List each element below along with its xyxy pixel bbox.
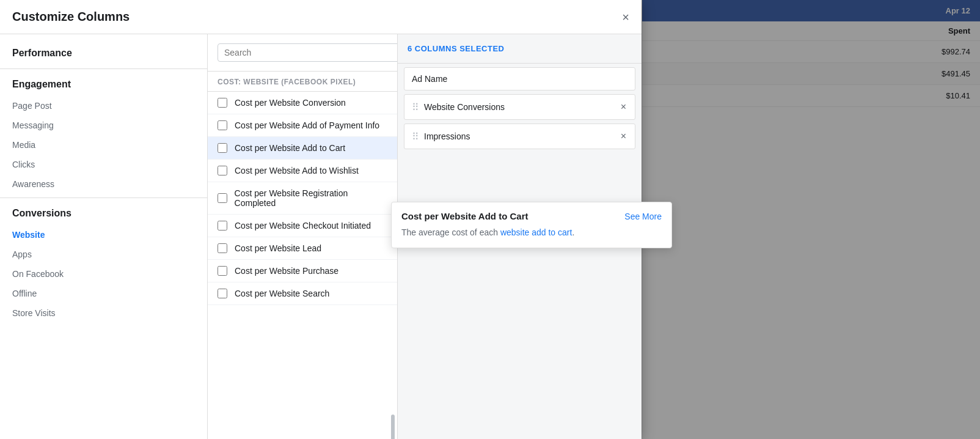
sidebar-item-awareness[interactable]: Awareness [0,174,207,194]
checkbox-cost-add-to-cart[interactable] [218,143,227,153]
checkbox-item-8[interactable]: Cost per Website Search [208,282,397,305]
scroll-indicator [391,415,395,439]
selected-item-ad-name: Ad Name [404,67,635,90]
tooltip-body-suffix: . [572,227,574,237]
checkbox-item-1[interactable]: Cost per Website Add of Payment Info [208,114,397,137]
checkbox-cost-registration[interactable] [218,193,227,203]
checkbox-item-7[interactable]: Cost per Website Purchase [208,260,397,282]
checkbox-label-4: Cost per Website Registration Completed [235,188,387,208]
tooltip-popup: Cost per Website Add to Cart See More Th… [391,202,672,248]
checkbox-label-8: Cost per Website Search [235,289,329,298]
checkbox-label-1: Cost per Website Add of Payment Info [235,120,379,130]
middle-panel: × Clear Search COST: WEBSITE (FACEBOOK P… [208,34,397,439]
checkbox-cost-payment-info[interactable] [218,120,227,130]
sidebar-item-on-facebook[interactable]: On Facebook [0,264,207,284]
sidebar-divider [0,68,207,69]
tooltip-see-more-link[interactable]: See More [624,212,662,221]
remove-website-conversions-button[interactable]: × [620,101,627,113]
checkbox-cost-search[interactable] [218,289,227,298]
checkbox-list: Cost per Website Conversion Cost per Web… [208,92,397,439]
tooltip-body-prefix: The average cost of each [401,227,500,237]
checkbox-item-3[interactable]: Cost per Website Add to Wishlist [208,160,397,182]
section-label: COST: WEBSITE (FACEBOOK PIXEL) [208,72,397,92]
drag-handle-impressions[interactable]: ⠿ [412,131,419,142]
checkbox-label-3: Cost per Website Add to Wishlist [235,166,359,175]
sidebar-item-website[interactable]: Website [0,225,207,245]
sidebar-item-apps[interactable]: Apps [0,245,207,264]
columns-selected-header: 6 COLUMNS SELECTED [398,34,642,64]
tooltip-body: The average cost of each website add to … [401,226,662,239]
tooltip-title-text: Cost per Website Add to Cart [401,211,528,221]
modal-close-button[interactable]: × [622,11,629,23]
sidebar: Performance Engagement Page Post Messagi… [0,34,208,439]
sidebar-item-clicks[interactable]: Clicks [0,155,207,174]
sidebar-item-page-post[interactable]: Page Post [0,96,207,116]
sidebar-item-offline[interactable]: Offline [0,284,207,303]
checkbox-item-4[interactable]: Cost per Website Registration Completed [208,182,397,215]
sidebar-section-conversions: Conversions [0,204,207,225]
checkbox-label-6: Cost per Website Lead [235,243,321,253]
search-input[interactable] [224,48,397,57]
tooltip-title: Cost per Website Add to Cart See More [401,211,662,221]
checkbox-label-0: Cost per Website Conversion [235,98,346,108]
checkbox-cost-checkout[interactable] [218,221,227,231]
sidebar-item-media[interactable]: Media [0,135,207,155]
selected-item-label-ad-name: Ad Name [412,74,627,84]
checkbox-item-0[interactable]: Cost per Website Conversion [208,92,397,114]
selected-item-website-conversions: ⠿ Website Conversions × [404,94,635,120]
sidebar-item-store-visits[interactable]: Store Visits [0,303,207,323]
checkbox-cost-lead[interactable] [218,243,227,253]
selected-columns-list: Ad Name ⠿ Website Conversions × ⠿ Impres… [398,64,642,439]
sidebar-section-performance: Performance [0,44,207,65]
search-bar: × Clear Search [208,34,397,72]
checkbox-label-5: Cost per Website Checkout Initiated [235,221,371,231]
remove-impressions-button[interactable]: × [620,130,627,142]
tooltip-body-link[interactable]: website add to cart [500,227,572,237]
sidebar-section-engagement: Engagement [0,75,207,96]
modal-title: Customize Columns [12,10,130,24]
checkbox-label-2: Cost per Website Add to Cart [235,143,345,153]
selected-item-label-website-conversions: Website Conversions [424,102,615,112]
checkbox-item-6[interactable]: Cost per Website Lead [208,237,397,260]
checkbox-item-5[interactable]: Cost per Website Checkout Initiated [208,215,397,237]
checkbox-cost-website-conversion[interactable] [218,98,227,108]
drag-handle-website-conversions[interactable]: ⠿ [412,101,419,113]
search-input-wrap: × [218,43,397,62]
modal-header: Customize Columns × [0,0,642,34]
sidebar-item-messaging[interactable]: Messaging [0,116,207,135]
checkbox-item-2[interactable]: Cost per Website Add to Cart [208,137,397,160]
sidebar-divider-2 [0,197,207,198]
checkbox-label-7: Cost per Website Purchase [235,266,338,276]
selected-item-impressions: ⠿ Impressions × [404,124,635,149]
checkbox-cost-add-to-wishlist[interactable] [218,166,227,175]
selected-item-label-impressions: Impressions [424,131,615,141]
checkbox-cost-purchase[interactable] [218,266,227,276]
